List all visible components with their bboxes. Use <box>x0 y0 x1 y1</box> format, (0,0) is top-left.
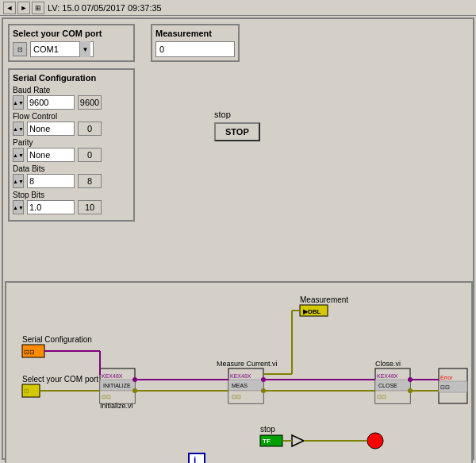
svg-text:stop: stop <box>260 425 275 434</box>
com-icon-text: ⊡ <box>17 46 23 53</box>
left-panel: Select your COM port ⊡ COM1 ▼ Serial C <box>8 24 135 222</box>
stop-area: stop STOP <box>214 110 468 141</box>
svg-point-43 <box>132 377 137 382</box>
flow-control-label: Flow Control <box>13 112 130 121</box>
svg-text:KEX48X: KEX48X <box>230 373 251 379</box>
com-port-box: Select your COM port ⊡ COM1 ▼ <box>8 24 135 62</box>
svg-rect-56 <box>189 453 205 463</box>
flow-control-spin[interactable]: ▲▼ <box>13 122 24 136</box>
stop-bits-spin[interactable]: ▲▼ <box>13 200 24 214</box>
parity-indicator: 0 <box>78 148 102 162</box>
com-value: COM1 <box>33 44 59 54</box>
svg-point-47 <box>408 377 413 382</box>
grid-icon[interactable]: ⊞ <box>32 2 44 14</box>
svg-text:▶DBL: ▶DBL <box>303 308 321 315</box>
serial-config-diagram-label: Serial Configuration <box>22 335 92 344</box>
top-section: Select your COM port ⊡ COM1 ▼ Serial C <box>3 19 473 226</box>
measurement-label: Measurement <box>155 29 235 38</box>
diagram-section: Measurement ▶DBL Serial Configuration ⊡⊡… <box>5 281 473 463</box>
baud-rate-spin[interactable]: ▲▼ <box>13 95 24 110</box>
right-panel: Measurement 0 stop STOP <box>151 24 468 222</box>
com-dropdown[interactable]: COM1 ▼ <box>30 41 94 57</box>
data-bits-label: Data Bits <box>13 164 130 173</box>
svg-text:Close.vi: Close.vi <box>375 360 401 368</box>
svg-text:MEAS: MEAS <box>232 383 248 388</box>
forward-icon[interactable]: ► <box>17 2 30 14</box>
title-text: LV: 15.0 07/05/2017 09:37:35 <box>48 3 162 13</box>
serial-config-label: Serial Configuration <box>13 73 130 83</box>
stop-bits-label: Stop Bits <box>13 191 130 199</box>
data-bits-row: ▲▼ 8 8 <box>13 174 130 188</box>
stop-button[interactable]: STOP <box>214 122 260 141</box>
serial-config-box: Serial Configuration Baud Rate ▲▼ 9600 9… <box>8 68 135 222</box>
svg-text:KEX48X: KEX48X <box>377 373 398 379</box>
parity-label: Parity <box>13 138 130 147</box>
stop-bits-row: ▲▼ 1.0 10 <box>13 200 130 214</box>
baud-rate-row: ▲▼ 9600 9600 <box>13 95 130 110</box>
arrow-icon: ▼ <box>83 46 89 53</box>
baud-rate-input[interactable]: 9600 <box>27 95 75 110</box>
stop-bits-input[interactable]: 1.0 <box>27 200 75 214</box>
data-bits-spin[interactable]: ▲▼ <box>13 174 24 188</box>
svg-text:TF: TF <box>263 438 271 445</box>
svg-text:⊡⊡: ⊡⊡ <box>24 349 35 356</box>
data-bits-indicator: 8 <box>78 174 102 188</box>
measurement-diagram-label: Measurement <box>300 295 348 304</box>
svg-point-48 <box>408 388 413 393</box>
title-bar-icons: ◄ ► ⊞ <box>3 2 44 14</box>
svg-point-46 <box>261 388 266 393</box>
data-bits-input[interactable]: 8 <box>27 174 75 188</box>
baud-rate-indicator: 9600 <box>78 95 102 110</box>
svg-text:Measure Current.vi: Measure Current.vi <box>217 360 278 368</box>
parity-spin[interactable]: ▲▼ <box>13 148 24 162</box>
svg-text:CLOSE: CLOSE <box>378 383 397 388</box>
svg-point-45 <box>261 377 266 382</box>
svg-text:i: i <box>194 455 196 463</box>
svg-text:KEX48X: KEX48X <box>102 373 123 379</box>
svg-text:Initialize.vi: Initialize.vi <box>100 402 133 410</box>
main-panel: Select your COM port ⊡ COM1 ▼ Serial C <box>2 17 474 460</box>
svg-point-44 <box>132 388 137 393</box>
parity-input[interactable]: None <box>27 148 75 162</box>
title-bar: ◄ ► ⊞ LV: 15.0 07/05/2017 09:37:35 <box>0 0 476 16</box>
svg-text:⊡⊡: ⊡⊡ <box>102 394 111 399</box>
dropdown-arrow[interactable]: ▼ <box>79 41 90 57</box>
svg-text:⊡⊡: ⊡⊡ <box>377 394 386 399</box>
baud-rate-label: Baud Rate <box>13 86 130 95</box>
com-icon: ⊡ <box>13 42 27 56</box>
com-port-row: ⊡ COM1 ▼ <box>13 41 130 57</box>
svg-text:INITIALIZE: INITIALIZE <box>103 383 131 388</box>
stop-label: stop <box>214 110 468 119</box>
stop-bits-indicator: 10 <box>78 200 102 214</box>
svg-point-53 <box>367 433 383 449</box>
measurement-value: 0 <box>155 41 235 57</box>
svg-text:⊡⊡: ⊡⊡ <box>232 394 241 399</box>
flow-control-input[interactable]: None <box>27 122 75 136</box>
com-port-label: Select your COM port <box>13 29 130 38</box>
flow-control-indicator: 0 <box>78 122 102 136</box>
com-port-diagram-label: Select your COM port <box>22 375 98 384</box>
svg-text:⊡⊡: ⊡⊡ <box>440 384 450 390</box>
svg-marker-52 <box>292 435 304 446</box>
svg-text:Error: Error <box>440 375 453 380</box>
back-icon[interactable]: ◄ <box>3 2 16 14</box>
diagram-svg: Measurement ▶DBL Serial Configuration ⊡⊡… <box>6 283 474 463</box>
svg-text:⊡: ⊡ <box>24 388 29 395</box>
flow-control-row: ▲▼ None 0 <box>13 122 130 136</box>
parity-row: ▲▼ None 0 <box>13 148 130 162</box>
measurement-box: Measurement 0 <box>151 24 240 62</box>
